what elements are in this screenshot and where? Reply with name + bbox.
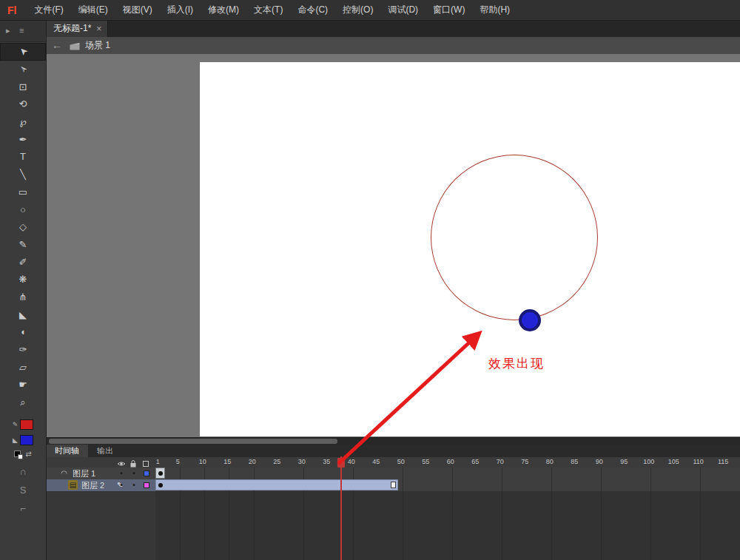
- polystar-tool[interactable]: ◇: [0, 218, 46, 236]
- ruler-label: 65: [471, 458, 479, 465]
- frames-row-1[interactable]: [155, 468, 740, 480]
- blue-ball-graphic[interactable]: [519, 309, 541, 331]
- brush-tool-icon: ✐: [19, 257, 27, 268]
- fill-color-row: ◣: [0, 432, 46, 448]
- tools-panel: ▸ ≡ ➤➢⊡⟲℘✒T╲▭○◇✎✐❋⋔◣◖✑▱☛⌕ ✎ ◣ ⇄ ∩S⌐: [0, 20, 47, 560]
- stage-canvas[interactable]: 效果出现: [200, 62, 740, 436]
- menu-item[interactable]: 控制(O): [335, 0, 380, 20]
- close-tab-icon[interactable]: ×: [96, 24, 101, 34]
- tool-options: ∩S⌐: [0, 462, 46, 518]
- layer-lock-dot[interactable]: •: [130, 479, 138, 491]
- layer-row-1[interactable]: ◠图层 1••: [46, 468, 155, 480]
- menu-item[interactable]: 插入(I): [160, 0, 201, 20]
- layer-row-2[interactable]: ▤图层 2✎••: [46, 479, 155, 492]
- text-tool[interactable]: T: [0, 148, 46, 166]
- ruler-label: 15: [223, 458, 231, 465]
- playhead-line[interactable]: [340, 456, 342, 560]
- hand-tool-icon: ☛: [18, 379, 27, 390]
- ruler-label: 60: [447, 458, 454, 465]
- timeline-panel: 时间轴 输出: [46, 445, 740, 560]
- selection-tool[interactable]: ➤: [0, 43, 46, 61]
- horizontal-scrollbar-thumb[interactable]: [49, 439, 337, 444]
- line-tool[interactable]: ╲: [0, 166, 46, 183]
- ruler-label: 115: [718, 458, 728, 465]
- document-tabbar: 无标题-1* ×: [46, 20, 740, 38]
- tab-output[interactable]: 输出: [88, 445, 122, 457]
- menu-item[interactable]: 窗口(W): [426, 0, 472, 20]
- frame-ruler[interactable]: 1510152025303540455055606570758085909510…: [155, 457, 740, 468]
- smooth-icon[interactable]: S: [0, 481, 46, 499]
- flash-application-window: Fl 文件(F)编辑(E)视图(V)插入(I)修改(M)文本(T)命令(C)控制…: [0, 0, 740, 560]
- paint-bucket-tool[interactable]: ◣: [0, 306, 46, 323]
- subselection-tool[interactable]: ➢: [0, 61, 46, 78]
- ruler-label: 90: [596, 458, 603, 465]
- layer-outline-color[interactable]: [144, 482, 149, 488]
- lasso-tool[interactable]: ℘: [0, 113, 46, 131]
- ruler-label: 5: [176, 458, 180, 465]
- free-transform-tool[interactable]: ⊡: [0, 78, 46, 95]
- empty-frames-grid[interactable]: [155, 491, 740, 560]
- lasso-tool-icon: ℘: [19, 116, 26, 127]
- pencil-tool[interactable]: ✎: [0, 236, 46, 254]
- swap-colors-icon[interactable]: ⇄: [25, 450, 31, 458]
- menu-item[interactable]: 视图(V): [115, 0, 160, 20]
- hand-tool[interactable]: ☛: [0, 376, 46, 394]
- fill-color-swatch[interactable]: [20, 435, 33, 445]
- eraser-tool-icon: ▱: [19, 362, 27, 373]
- frame-span[interactable]: [155, 479, 398, 490]
- ruler-label: 110: [693, 458, 703, 465]
- polystar-tool-icon: ◇: [19, 221, 27, 232]
- stroke-color-swatch[interactable]: [20, 419, 33, 430]
- brush-tool[interactable]: ✐: [0, 253, 46, 271]
- scene-label[interactable]: 场景 1: [85, 39, 110, 52]
- black-white-colors-icon[interactable]: [14, 451, 21, 457]
- annotation-text: 效果出现: [488, 355, 545, 372]
- document-title: 无标题-1*: [53, 22, 91, 35]
- snap-magnet-icon[interactable]: ∩: [0, 462, 46, 481]
- menu-item[interactable]: 命令(C): [290, 0, 335, 20]
- menu-item[interactable]: 修改(M): [201, 0, 246, 20]
- deco-tool-icon: ❋: [19, 274, 27, 285]
- oval-tool-icon: ○: [20, 204, 26, 215]
- stroke-color-row: ✎: [0, 416, 46, 432]
- deco-tool[interactable]: ❋: [0, 271, 46, 289]
- span-end-marker: [391, 482, 396, 488]
- app-logo: Fl: [7, 4, 16, 16]
- menu-item[interactable]: 帮助(H): [472, 0, 517, 20]
- eraser-tool[interactable]: ▱: [0, 358, 46, 376]
- ink-bottle-tool[interactable]: ◖: [0, 323, 46, 341]
- ruler-label: 30: [298, 458, 306, 465]
- menu-item[interactable]: 文件(F): [27, 0, 70, 20]
- panel-collapse-icon[interactable]: ▸: [6, 26, 10, 36]
- tab-timeline[interactable]: 时间轴: [46, 445, 88, 457]
- frames-row-2[interactable]: [155, 479, 740, 492]
- free-transform-tool-icon: ⊡: [19, 81, 27, 92]
- layer-page-icon: ▤: [68, 480, 78, 490]
- 3d-rotation-tool[interactable]: ⟲: [0, 95, 46, 113]
- bone-tool[interactable]: ⋔: [0, 289, 46, 306]
- rectangle-tool[interactable]: ▭: [0, 183, 46, 201]
- layer-outline-color[interactable]: [144, 470, 149, 476]
- menu-items: 文件(F)编辑(E)视图(V)插入(I)修改(M)文本(T)命令(C)控制(O)…: [27, 0, 517, 20]
- line-tool-icon: ╲: [20, 169, 26, 180]
- ruler-label: 100: [643, 458, 654, 465]
- menu-item[interactable]: 调试(D): [380, 0, 426, 20]
- menu-item[interactable]: 文本(T): [246, 0, 290, 20]
- tools-panel-header: ▸ ≡: [0, 20, 46, 42]
- layer-visibility-dot[interactable]: •: [117, 479, 126, 491]
- eyedropper-tool-icon: ✑: [19, 344, 27, 355]
- oval-tool[interactable]: ○: [0, 200, 46, 218]
- frame-span[interactable]: [155, 468, 165, 479]
- layer-lock-dot[interactable]: •: [130, 468, 138, 479]
- motion-path-circle[interactable]: [431, 155, 598, 320]
- ruler-label: 55: [422, 458, 429, 465]
- back-arrow-icon[interactable]: ←: [52, 37, 62, 54]
- panel-menu-icon[interactable]: ≡: [19, 26, 24, 35]
- pen-tool[interactable]: ✒: [0, 130, 46, 148]
- menu-item[interactable]: 编辑(E): [71, 0, 115, 20]
- eyedropper-tool[interactable]: ✑: [0, 341, 46, 359]
- straighten-icon[interactable]: ⌐: [0, 499, 46, 518]
- zoom-tool[interactable]: ⌕: [0, 394, 46, 411]
- layer-visibility-dot[interactable]: •: [117, 468, 126, 479]
- document-tab[interactable]: 无标题-1* ×: [46, 20, 108, 37]
